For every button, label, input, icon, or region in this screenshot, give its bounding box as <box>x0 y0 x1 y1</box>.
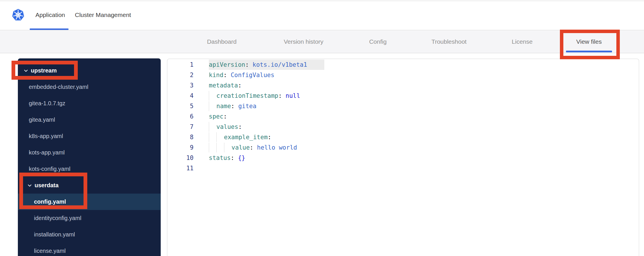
app-header: Application Cluster Management <box>0 0 644 30</box>
token-key: metadata <box>209 82 238 89</box>
token-constant: {} <box>238 154 245 161</box>
code-line-content: example_item: <box>209 132 271 142</box>
tree-file-gitea-1-0-7-tgz[interactable]: gitea-1.0.7.tgz <box>18 95 161 112</box>
indent-guide <box>209 91 216 101</box>
app-subnav: DashboardVersion historyConfigTroublesho… <box>0 30 644 53</box>
line-number: 1 <box>167 61 194 68</box>
token-key: values <box>216 123 238 130</box>
subnav-tab-troubleshoot[interactable]: Troubleshoot <box>431 30 467 53</box>
token-key: kind <box>209 72 223 79</box>
tree-item-label: config.yaml <box>34 198 66 205</box>
chevron-down-icon <box>27 183 32 188</box>
tree-folder-userdata[interactable]: userdata <box>18 177 161 194</box>
code-line-9: 9value: hello world <box>167 142 639 153</box>
token-punct: : <box>238 123 242 130</box>
token-key: value <box>232 144 250 151</box>
subnav-tab-dashboard[interactable]: Dashboard <box>207 30 237 53</box>
tree-file-gitea-yaml[interactable]: gitea.yaml <box>18 112 161 128</box>
code-line-content: creationTimestamp: null <box>209 91 300 101</box>
token-punct: : <box>231 103 238 110</box>
code-line-10: 10status: {} <box>167 153 639 163</box>
tree-folder-upstream[interactable]: upstream <box>18 62 161 79</box>
token-value: gitea <box>238 103 256 110</box>
subnav-tab-config[interactable]: Config <box>369 30 387 53</box>
token-punct: : <box>268 134 271 141</box>
code-line-content: kind: ConfigValues <box>209 70 274 80</box>
subnav-tab-version-history[interactable]: Version history <box>284 30 323 53</box>
line-number: 3 <box>167 82 194 89</box>
token-punct: : <box>278 92 285 99</box>
subnav-tab-license[interactable]: License <box>512 30 533 53</box>
tree-file-embedded-cluster-yaml[interactable]: embedded-cluster.yaml <box>18 79 161 95</box>
token-value: ConfigValues <box>231 72 274 79</box>
token-punct: : <box>223 72 231 79</box>
tree-item-label: userdata <box>35 182 58 189</box>
tree-file-config-yaml[interactable]: config.yaml <box>18 194 161 210</box>
token-value: kots.io/v1beta1 <box>253 61 307 68</box>
tree-item-label: embedded-cluster.yaml <box>29 84 88 90</box>
code-line-content: apiVersion: kots.io/v1beta1 <box>209 60 324 70</box>
code-line-1: 1apiVersion: kots.io/v1beta1 <box>167 60 639 70</box>
code-line-5: 5name: gitea <box>167 101 639 111</box>
tree-file-kots-app-yaml[interactable]: kots-app.yaml <box>18 144 161 161</box>
code-line-11: 11 <box>167 163 639 173</box>
tree-item-label: kots-config.yaml <box>29 166 71 172</box>
line-number: 4 <box>167 92 194 99</box>
tree-item-label: license.yaml <box>34 248 66 254</box>
token-key: status <box>209 154 231 161</box>
line-number: 2 <box>167 72 194 79</box>
kubernetes-logo-icon <box>12 8 25 22</box>
indent-guide <box>209 122 216 132</box>
view-files-active-underline <box>566 51 612 52</box>
subnav-tab-view-files[interactable]: View files <box>576 30 602 53</box>
line-number: 8 <box>167 134 194 141</box>
chevron-down-icon <box>24 68 28 73</box>
code-line-2: 2kind: ConfigValues <box>167 70 639 80</box>
active-tab-underline <box>30 28 69 30</box>
tree-file-installation-yaml[interactable]: installation.yaml <box>18 226 161 243</box>
code-line-content: values: <box>209 122 242 132</box>
line-number: 5 <box>167 103 194 110</box>
token-key: apiVersion <box>209 61 245 68</box>
tree-item-label: installation.yaml <box>34 231 75 238</box>
code-line-content: spec: <box>209 111 227 122</box>
indent-guide <box>216 132 224 142</box>
line-number: 7 <box>167 123 194 130</box>
tree-file-identityconfig-yaml[interactable]: identityconfig.yaml <box>18 210 161 226</box>
tree-file-kots-config-yaml[interactable]: kots-config.yaml <box>18 161 161 177</box>
indent-guide <box>209 143 216 152</box>
indent-guide <box>209 101 216 111</box>
token-key: spec <box>209 113 223 120</box>
code-line-7: 7values: <box>167 122 639 132</box>
token-key: example_item <box>224 134 268 141</box>
tree-item-label: kots-app.yaml <box>29 149 65 156</box>
code-line-6: 6spec: <box>167 111 639 122</box>
token-punct: : <box>223 113 227 120</box>
code-line-content: metadata: <box>209 80 242 91</box>
code-line-content: value: hello world <box>209 142 297 153</box>
code-line-8: 8example_item: <box>167 132 639 142</box>
tree-item-label: gitea.yaml <box>29 116 55 123</box>
code-line-4: 4creationTimestamp: null <box>167 91 639 101</box>
code-editor[interactable]: 1apiVersion: kots.io/v1beta12kind: Confi… <box>167 59 639 256</box>
tree-item-label: identityconfig.yaml <box>34 215 82 221</box>
tree-file-k8s-app-yaml[interactable]: k8s-app.yaml <box>18 128 161 144</box>
line-number: 9 <box>167 144 194 151</box>
tree-item-label: k8s-app.yaml <box>29 133 63 140</box>
code-line-3: 3metadata: <box>167 80 639 91</box>
tree-item-label: upstream <box>31 67 57 74</box>
token-constant: null <box>286 92 300 99</box>
tab-cluster-management[interactable]: Cluster Management <box>75 0 131 30</box>
token-punct: : <box>250 144 257 151</box>
token-key: creationTimestamp <box>216 92 278 99</box>
indent-guide <box>209 132 216 142</box>
token-key: name <box>216 103 231 110</box>
indent-guide <box>216 143 224 152</box>
line-number: 11 <box>167 165 194 172</box>
tree-file-license-yaml[interactable]: license.yaml <box>18 243 161 256</box>
token-punct: : <box>231 154 238 161</box>
token-value: hello world <box>257 144 297 151</box>
line-number: 10 <box>167 154 194 161</box>
token-punct: : <box>238 82 242 89</box>
tab-application[interactable]: Application <box>35 0 65 30</box>
